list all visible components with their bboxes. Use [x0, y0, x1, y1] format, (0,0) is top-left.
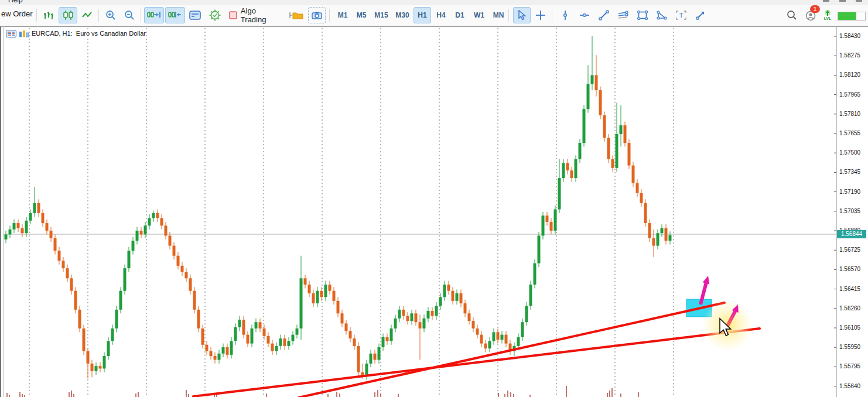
menu-help[interactable]: Help [8, 0, 23, 4]
algo-trading-checkbox [229, 11, 237, 19]
lvl-indicator[interactable]: LVL [821, 9, 834, 23]
text-tool-button[interactable]: T [672, 7, 690, 23]
separator [329, 9, 330, 22]
axis-price-label: 1.56570 [839, 266, 866, 272]
bar-chart-button[interactable] [40, 7, 57, 23]
chart-window: EURCAD, H1: Euro vs Canadian Dollar 1.58… [0, 26, 868, 397]
timeframe-w1[interactable]: W1 [470, 7, 488, 23]
timeframe-m30[interactable]: M30 [392, 7, 412, 23]
algo-trading-label: Algo Trading [241, 6, 283, 24]
cursor-icon [517, 10, 527, 20]
separator [552, 9, 552, 22]
data-window-button[interactable] [186, 7, 204, 23]
timeframe-label: D1 [455, 11, 464, 19]
auto-scroll-icon [168, 11, 182, 20]
channel-icon [618, 11, 628, 20]
triangle-tool-button[interactable] [653, 7, 671, 23]
timeframe-h4[interactable]: H4 [432, 7, 450, 23]
gridlines [29, 28, 674, 397]
cursor-tool-button[interactable] [513, 7, 531, 23]
trendline-2[interactable] [299, 303, 725, 397]
axis-price-label: 1.58275 [839, 52, 866, 59]
close-button[interactable] [856, 0, 862, 2]
timeframe-d1[interactable]: D1 [451, 7, 469, 23]
connection-bar [838, 12, 866, 20]
search-button[interactable] [784, 7, 800, 23]
mt5-window: { "window": { "menu_help": "Help" }, "to… [0, 0, 868, 397]
line-chart-button[interactable] [78, 7, 96, 23]
axis-price-label: 1.58120 [839, 71, 866, 78]
timeframe-label: MN [493, 11, 504, 19]
axis-price-label: 1.55640 [839, 383, 866, 389]
crosshair-tool-button[interactable] [532, 7, 549, 23]
screenshot-camera-icon [312, 11, 322, 19]
axis-price-label: 1.58430 [839, 33, 866, 39]
timeframe-m15[interactable]: M15 [371, 7, 391, 23]
arrow-tool-icon [695, 10, 706, 20]
horizontal-line-tool-button[interactable] [576, 7, 593, 23]
text-tool-icon: T [676, 11, 686, 20]
zoom-in-button[interactable] [102, 7, 119, 23]
timeframe-label: M30 [395, 11, 409, 19]
timeframe-label: W1 [474, 11, 484, 19]
channel-tool-button[interactable] [614, 7, 632, 23]
new-order-button[interactable]: ew Order [1, 9, 32, 18]
timeframe-label: M1 [338, 11, 348, 19]
data-window-icon [189, 11, 201, 20]
maximize-button[interactable] [839, 0, 846, 2]
chart-canvas[interactable] [0, 27, 868, 397]
axis-price-label: 1.55795 [839, 363, 866, 369]
candles [5, 36, 672, 380]
lvl-icon [821, 9, 834, 17]
rectangle-icon [637, 11, 648, 20]
current-price-tag: 1.56844 [837, 230, 866, 238]
timeframe-h1[interactable]: H1 [414, 7, 431, 23]
timeframe-m5[interactable]: M5 [353, 7, 370, 23]
crosshair-icon [535, 10, 546, 20]
connection-fill [838, 12, 856, 20]
rectangle-tool-button[interactable] [634, 7, 651, 23]
timeframe-mn[interactable]: MN [490, 7, 507, 23]
axis-price-label: 1.56105 [839, 324, 866, 331]
timeframe-m1[interactable]: M1 [334, 7, 351, 23]
settings-gear-icon [209, 9, 221, 21]
minimize-button[interactable] [823, 0, 829, 2]
zoom-out-button[interactable] [121, 7, 138, 23]
axis-price-label: 1.57810 [839, 111, 866, 117]
algo-trading-button[interactable]: Algo Trading [227, 7, 283, 23]
window-edge [3, 26, 4, 397]
axis-price-label: 1.55950 [839, 344, 866, 350]
toolbar: ew Order [0, 5, 868, 27]
candlestick-chart-button[interactable] [59, 7, 77, 23]
settings-button[interactable] [206, 7, 224, 23]
timeframe-label: M15 [374, 11, 388, 19]
arrow-tool-button[interactable] [692, 7, 709, 23]
axis-price-label: 1.56260 [839, 305, 866, 312]
trendline-tool-button[interactable] [595, 7, 613, 23]
timeframe-label: H4 [436, 11, 445, 19]
line-chart-icon [82, 11, 93, 19]
axis-price-label: 1.57500 [839, 149, 866, 156]
axis-price-label: 1.57345 [839, 169, 866, 175]
axis-price-label: 1.57655 [839, 130, 866, 136]
candlestick-icon [62, 10, 74, 20]
screenshot-button[interactable] [308, 7, 326, 23]
community-button[interactable]: 1 [802, 7, 819, 23]
svg-text:T: T [679, 12, 684, 19]
axis-price-label: 1.56725 [839, 247, 866, 253]
axis-price-label: 1.56415 [839, 286, 866, 292]
search-icon [787, 10, 797, 20]
timeframe-label: H1 [418, 11, 426, 19]
separator [36, 9, 37, 22]
separator [141, 9, 141, 22]
separator [508, 9, 509, 22]
axis-price-label: 1.57965 [839, 91, 866, 98]
axis-price-label: 1.57035 [839, 208, 866, 214]
open-data-folder-button[interactable] [287, 7, 306, 23]
shift-end-button[interactable] [144, 7, 164, 23]
vertical-line-icon [562, 10, 568, 20]
auto-scroll-button[interactable] [165, 7, 185, 23]
vertical-line-tool-button[interactable] [556, 7, 574, 23]
trendline-1[interactable] [193, 328, 760, 396]
zoom-out-icon [124, 10, 135, 20]
